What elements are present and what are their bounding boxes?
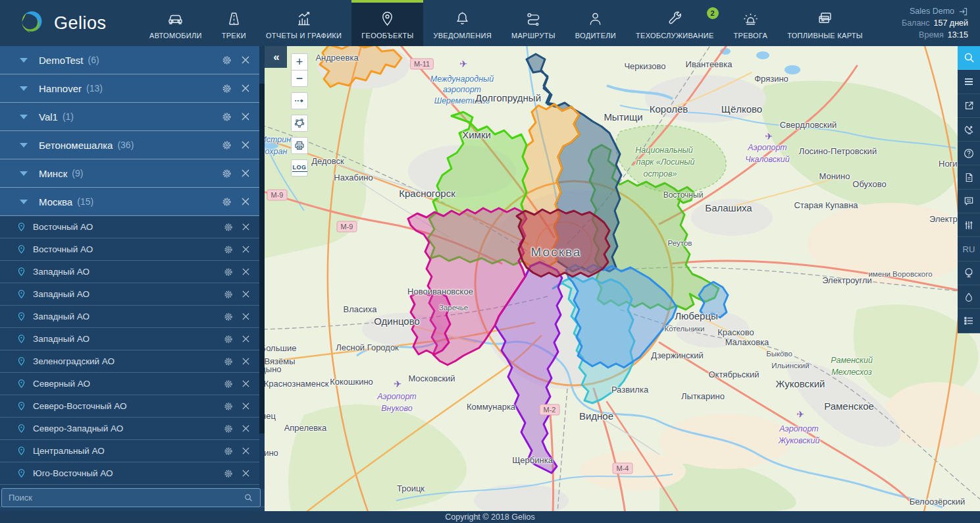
geoobject-row[interactable]: Северо-Восточный АО [0, 395, 265, 418]
geoobject-row[interactable]: Северный АО [0, 373, 265, 395]
nav-notifications[interactable]: УВЕДОМЛЕНИЯ [423, 0, 501, 46]
geoobject-row[interactable]: Западный АО [0, 261, 265, 283]
logout-icon[interactable] [958, 7, 968, 16]
nav-geoobjects[interactable]: ГЕООБЪЕКТЫ [351, 0, 423, 46]
help-button[interactable] [958, 142, 980, 165]
filters-button[interactable] [958, 213, 980, 237]
measure-distance-button[interactable] [291, 92, 308, 109]
nav-reports[interactable]: ОТЧЕТЫ И ГРАФИКИ [256, 0, 351, 46]
satellite-button[interactable] [958, 118, 980, 142]
geoobject-row[interactable]: Северо-Западный АО [0, 418, 265, 440]
close-icon[interactable] [241, 55, 250, 65]
gear-icon[interactable] [221, 140, 232, 151]
geo-group-row[interactable]: Hannover (13) [0, 74, 265, 103]
gear-icon[interactable] [223, 312, 234, 322]
gear-icon[interactable] [223, 379, 234, 389]
geo-group-row[interactable]: DemoTest (6) [0, 46, 265, 74]
district-polygon[interactable] [411, 291, 450, 354]
close-icon[interactable] [242, 312, 250, 321]
chevron-down-icon[interactable] [20, 200, 28, 204]
district-polygon[interactable] [517, 209, 609, 277]
close-icon[interactable] [242, 469, 250, 478]
gear-icon[interactable] [221, 111, 232, 123]
chevron-down-icon[interactable] [20, 171, 28, 176]
gear-icon[interactable] [223, 289, 234, 300]
gear-icon[interactable] [223, 401, 234, 412]
nav-routes[interactable]: МАРШРУТЫ [502, 0, 565, 46]
close-icon[interactable] [241, 169, 250, 178]
gear-icon[interactable] [223, 424, 234, 434]
geoobject-row[interactable]: Западный АО [0, 328, 265, 350]
measure-area-button[interactable] [291, 115, 308, 132]
gear-icon[interactable] [223, 334, 234, 344]
chat-button[interactable] [958, 190, 980, 213]
geoobject-row[interactable]: Западный АО [0, 306, 265, 328]
close-icon[interactable] [242, 424, 250, 433]
geoobject-row[interactable]: Юго-Восточный АО [0, 462, 265, 485]
close-icon[interactable] [242, 267, 250, 276]
close-icon[interactable] [241, 84, 250, 93]
chevron-down-icon[interactable] [20, 58, 28, 63]
close-icon[interactable] [242, 447, 250, 455]
brand[interactable]: Gelios [0, 0, 140, 46]
gear-icon[interactable] [223, 468, 234, 479]
chevron-down-icon[interactable] [20, 143, 28, 148]
district-polygon[interactable] [678, 187, 694, 203]
geo-group-row[interactable]: Москва (15) [0, 188, 265, 216]
fuel-button[interactable] [958, 285, 980, 309]
close-icon[interactable] [242, 357, 250, 366]
close-icon[interactable] [242, 402, 250, 410]
gear-icon[interactable] [223, 356, 234, 367]
geoobject-row[interactable]: Центральный АО [0, 440, 265, 462]
gear-icon[interactable] [221, 83, 232, 94]
share-map-button[interactable] [958, 94, 980, 118]
geoobject-row[interactable]: Западный АО [0, 283, 265, 306]
nav-tracks[interactable]: ТРЕКИ [212, 0, 256, 46]
geo-group-row[interactable]: Минск (9) [0, 159, 265, 188]
nav-vehicles[interactable]: АВТОМОБИЛИ [140, 0, 212, 46]
reports-doc-button[interactable] [958, 165, 980, 189]
close-icon[interactable] [241, 112, 250, 121]
sidebar-scrollbar[interactable] [259, 46, 265, 489]
gear-icon[interactable] [223, 267, 234, 277]
map-canvas[interactable]: АндреевкаМ-11✈МеждународныйаэропортШерем… [265, 46, 980, 511]
zoom-in-button[interactable]: + [291, 53, 308, 70]
close-icon[interactable] [242, 290, 250, 298]
geo-group-row[interactable]: Val1 (1) [0, 103, 265, 131]
geoobject-row[interactable]: Восточный АО [0, 238, 265, 261]
gear-icon[interactable] [221, 196, 232, 207]
scrollbar-thumb[interactable] [259, 84, 265, 433]
globe-button[interactable] [958, 262, 980, 285]
search-input[interactable] [2, 493, 244, 503]
chevron-down-icon[interactable] [20, 115, 28, 119]
map-search-button[interactable] [958, 46, 980, 70]
print-button[interactable] [291, 137, 308, 154]
close-icon[interactable] [241, 140, 250, 150]
geoobject-row[interactable]: Зеленоградский АО [0, 350, 265, 373]
gear-icon[interactable] [221, 168, 232, 179]
close-icon[interactable] [242, 335, 250, 343]
gear-icon[interactable] [223, 244, 234, 255]
gear-icon[interactable] [221, 55, 232, 66]
zoom-out-button[interactable]: − [291, 70, 308, 87]
log-button[interactable]: LOG [291, 159, 308, 177]
nav-alarm[interactable]: ТРЕВОГА [724, 0, 778, 46]
geoobject-row[interactable]: Восточный АО [0, 216, 265, 238]
gear-icon[interactable] [223, 446, 234, 456]
geo-group-row[interactable]: Бетономешалка (36) [0, 131, 265, 159]
close-icon[interactable] [242, 379, 250, 388]
nav-drivers[interactable]: ВОДИТЕЛИ [565, 0, 626, 46]
close-icon[interactable] [242, 245, 250, 254]
language-toggle[interactable]: RU [958, 237, 980, 261]
chevron-down-icon[interactable] [20, 86, 28, 91]
close-icon[interactable] [242, 223, 250, 231]
nav-maintenance[interactable]: ТЕХОБСЛУЖИВАНИЕ 2 [626, 0, 724, 46]
nav-fuel-cards[interactable]: ТОПЛИВНЫЕ КАРТЫ [777, 0, 873, 46]
legend-button[interactable] [958, 309, 980, 333]
gear-icon[interactable] [223, 222, 234, 233]
sidebar-collapse-button[interactable]: « [265, 46, 287, 68]
district-polygon[interactable] [699, 282, 728, 317]
layers-menu-button[interactable] [958, 70, 980, 94]
search-icon[interactable] [244, 493, 253, 503]
close-icon[interactable] [241, 197, 250, 206]
